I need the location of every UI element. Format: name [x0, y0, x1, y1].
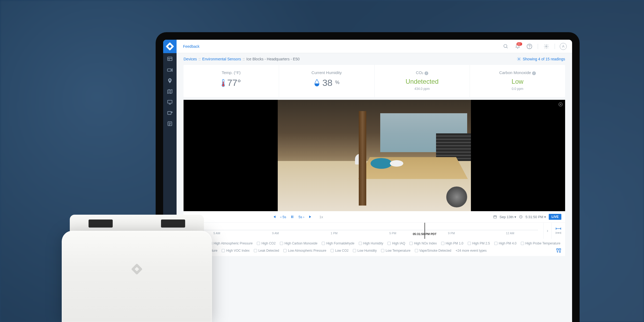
svg-rect-11: [168, 100, 172, 103]
timeline-cursor[interactable]: [425, 223, 425, 239]
filter-checkbox[interactable]: Low Humidity: [353, 249, 377, 253]
filter-checkbox[interactable]: High IAQ: [387, 241, 405, 245]
divider: [555, 44, 555, 49]
sidebar-item-device[interactable]: [167, 110, 173, 116]
sidebar-item-map[interactable]: [167, 89, 173, 94]
temp-value: 77°: [227, 78, 241, 88]
card-co2: CO₂i Undetected 434.0 ppm: [375, 65, 470, 97]
timeline-tick: 9 AM: [272, 232, 279, 235]
filter-checkbox[interactable]: High PM 2.5: [468, 241, 490, 245]
card-title: Current Humidity: [282, 70, 372, 75]
svg-rect-29: [493, 216, 496, 218]
readings-toggle[interactable]: Showing 4 of 15 readings: [517, 57, 565, 61]
breadcrumb-sensors[interactable]: Environmental Sensors: [202, 57, 241, 61]
gear-icon[interactable]: [543, 43, 550, 50]
filters-more[interactable]: +24 more event types: [456, 249, 487, 253]
card-title: Carbon Monoxidei: [473, 70, 562, 75]
topbar: Feedback 99+ A: [163, 40, 572, 53]
avatar[interactable]: A: [560, 43, 567, 50]
breadcrumb-sep: ::: [199, 57, 201, 61]
svg-point-3: [529, 48, 530, 48]
card-title: Temp. (°F): [186, 70, 276, 75]
time-picker[interactable]: 5:31:50 PM ▾: [525, 215, 546, 219]
sidebar-item-monitor[interactable]: [167, 99, 173, 105]
svg-point-15: [171, 112, 173, 113]
filter-checkbox[interactable]: High Carbon Monoxide: [280, 241, 317, 245]
divider: [538, 44, 538, 49]
svg-point-4: [546, 46, 547, 47]
skip-start-icon[interactable]: [272, 215, 276, 219]
notification-badge: 99+: [517, 42, 522, 46]
co2-sub: 434.0 ppm: [377, 87, 467, 91]
info-icon[interactable]: i: [532, 71, 536, 75]
info-icon[interactable]: i: [425, 71, 428, 75]
card-temperature: Temp. (°F) 77°: [184, 65, 279, 97]
diamond-icon: [166, 42, 174, 50]
svg-rect-27: [291, 215, 292, 218]
playback-controls: ‹ 5s 5s › 1x Sep 13th ▾ 5:31:50 PM ▾ LIV…: [184, 211, 565, 223]
humidity-value: 38: [322, 78, 332, 88]
rewind-5s[interactable]: ‹ 5s: [280, 215, 286, 219]
filter-checkbox[interactable]: Vape/Smoke Detected: [415, 249, 451, 253]
fisheye-preview[interactable]: [446, 186, 467, 207]
breadcrumb-devices[interactable]: Devices: [184, 57, 197, 61]
skip-end-icon[interactable]: [309, 215, 312, 219]
search-icon[interactable]: [502, 43, 509, 50]
playback-speed[interactable]: 1x: [319, 215, 323, 219]
svg-point-24: [222, 84, 224, 86]
filter-checkbox[interactable]: High PM 4.0: [494, 241, 517, 245]
humidity-unit: %: [335, 80, 339, 85]
thermometer-icon: [221, 79, 225, 87]
svg-point-0: [504, 44, 507, 47]
svg-rect-8: [167, 69, 171, 71]
readings-toggle-label: Showing 4 of 15 readings: [523, 57, 565, 61]
timeline-zoom[interactable]: [552, 223, 565, 239]
bell-icon[interactable]: 99+: [514, 43, 521, 50]
filter-checkbox[interactable]: High Humidity: [359, 241, 383, 245]
timeline-tick: 5 PM: [389, 232, 396, 235]
droplet-icon: [314, 79, 320, 87]
timeline-tick: 9 PM: [448, 232, 455, 235]
filter-checkbox[interactable]: High Formaldehyde: [322, 241, 354, 245]
filters-config-icon[interactable]: [556, 248, 561, 253]
sidebar-item-dashboard[interactable]: [167, 56, 173, 62]
device-logo-icon: [131, 264, 142, 275]
timeline-cursor-label: 05:31:50 PM PDT: [413, 232, 437, 236]
svg-line-1: [507, 47, 508, 48]
calendar-icon[interactable]: [493, 215, 497, 219]
timeline[interactable]: 5 AM9 AM1 PM5 PM9 PM12 AM 05:31:50 PM PD…: [184, 223, 544, 239]
date-picker[interactable]: Sep 13th ▾: [500, 215, 517, 219]
card-title: CO₂i: [377, 70, 467, 75]
feedback-link[interactable]: Feedback: [183, 44, 199, 49]
video-player[interactable]: [184, 100, 565, 211]
expand-icon[interactable]: [558, 102, 563, 107]
svg-point-20: [518, 58, 519, 60]
filter-checkbox[interactable]: Low Temperature: [381, 249, 411, 253]
filter-checkbox[interactable]: High NOx Index: [409, 241, 437, 245]
filter-checkbox[interactable]: High Probe Temperature: [521, 241, 561, 245]
hardware-device: [54, 215, 220, 322]
forward-5s[interactable]: 5s ›: [298, 215, 304, 219]
event-filters: High AQIHigh Atmospheric PressureHigh CO…: [184, 239, 565, 256]
timeline-next[interactable]: ›: [544, 223, 552, 239]
co-sub: 0.0 ppm: [473, 87, 562, 91]
filter-checkbox[interactable]: Leak Detected: [254, 249, 279, 253]
filter-checkbox[interactable]: Low Atmospheric Pressure: [283, 249, 326, 253]
pause-icon[interactable]: [290, 215, 294, 219]
brand-logo[interactable]: [163, 40, 177, 53]
svg-rect-14: [168, 112, 171, 115]
main-content: Devices :: Environmental Sensors :: Ice …: [177, 53, 572, 322]
filter-checkbox[interactable]: High VOC Index: [222, 249, 250, 253]
sidebar-item-camera[interactable]: [167, 67, 173, 73]
sidebar-item-list[interactable]: [167, 121, 173, 127]
sidebar-item-location[interactable]: [167, 78, 173, 84]
help-icon[interactable]: [526, 43, 533, 50]
card-co: Carbon Monoxidei Low 0.0 ppm: [470, 65, 565, 97]
filter-checkbox[interactable]: Low CO2: [331, 249, 349, 253]
breadcrumb-sep: ::: [243, 57, 245, 61]
live-button[interactable]: LIVE: [549, 214, 561, 220]
timeline-row: 5 AM9 AM1 PM5 PM9 PM12 AM 05:31:50 PM PD…: [184, 223, 565, 239]
co2-value: Undetected: [377, 78, 467, 85]
filter-checkbox[interactable]: High CO2: [257, 241, 276, 245]
filter-checkbox[interactable]: High PM 1.0: [441, 241, 463, 245]
